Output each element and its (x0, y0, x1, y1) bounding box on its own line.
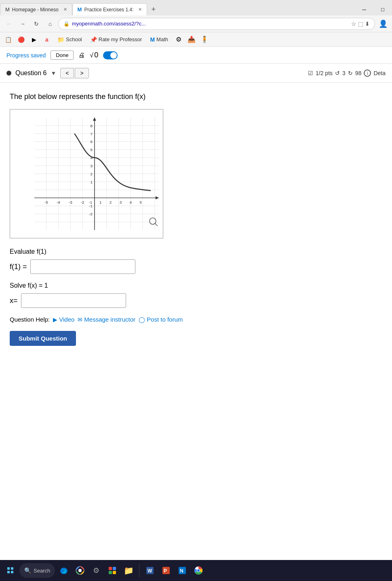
sqrt-value: 0 (94, 51, 98, 59)
question-dot (6, 71, 11, 76)
school-folder-icon: 📁 (57, 36, 64, 43)
reload-button[interactable]: ↻ (31, 18, 42, 29)
taskbar: 🔍 Search ⚙ 📁 W (0, 560, 392, 581)
new-tab-button[interactable]: + (147, 3, 160, 15)
minimize-button[interactable]: ─ (355, 3, 373, 15)
tab-practice-icon: M (78, 6, 82, 13)
message-instructor-link[interactable]: ✉ Message instructor (78, 316, 135, 323)
tab-homepage-close[interactable]: ✕ (63, 7, 67, 12)
post-to-forum-link[interactable]: ◯ Post to forum (139, 316, 183, 323)
function-graph: 8 7 6 5 4 3 2 1 -1 -2 -5 -4 -3 -2 -1 1 2… (10, 109, 163, 238)
info-button[interactable]: i (364, 69, 371, 77)
windows-icon (7, 567, 14, 574)
solve-section: Solve f(x) = 1 x= (10, 282, 382, 308)
download-icon[interactable]: ⬇ (365, 21, 370, 27)
sqrt-symbol: √ (90, 52, 93, 59)
bookmark-school[interactable]: 📁 School (55, 36, 84, 44)
svg-text:1: 1 (90, 180, 93, 184)
split-icon[interactable]: ⬚ (358, 21, 363, 27)
done-button[interactable]: Done (51, 51, 74, 60)
question-label: Question 6 (15, 69, 46, 77)
x-input[interactable] (21, 293, 126, 308)
svg-text:8: 8 (90, 124, 93, 128)
problem-text: The plot below represents the function f… (10, 93, 145, 101)
address-icons: ☆ ⬚ ⬇ (351, 21, 370, 27)
svg-text:5: 5 (90, 147, 93, 152)
colorful-icon[interactable] (73, 563, 87, 578)
video-link[interactable]: ▶ Video (53, 316, 74, 323)
question-dropdown[interactable]: ▼ (51, 70, 56, 76)
svg-text:1: 1 (99, 200, 102, 204)
maximize-button[interactable]: □ (373, 3, 392, 15)
x-label: x= (10, 297, 18, 305)
bookmark-icon3: ▶ (29, 35, 39, 44)
svg-text:5: 5 (139, 200, 142, 204)
svg-text:2: 2 (110, 200, 112, 204)
svg-text:W: W (148, 568, 152, 574)
url-display: myopenmath.com/assess2/?c... (72, 21, 349, 27)
site-icon: 🔒 (63, 21, 70, 27)
home-button[interactable]: ⌂ (44, 18, 56, 29)
tab-practice-close[interactable]: ✕ (138, 7, 142, 12)
download-tray-icon[interactable]: 📥 (187, 35, 196, 44)
submit-question-button[interactable]: Submit Question (10, 331, 76, 346)
settings-icon[interactable]: ⚙ (89, 563, 103, 578)
back-button[interactable]: ← (3, 18, 15, 29)
tab-homepage-label: Homepage - Minneso (12, 7, 59, 13)
svg-text:-2: -2 (89, 212, 93, 216)
star-icon[interactable]: ☆ (351, 21, 356, 27)
store-icon[interactable] (105, 563, 120, 578)
graph-container: 8 7 6 5 4 3 2 1 -1 -2 -5 -4 -3 -2 -1 1 2… (10, 109, 163, 238)
svg-text:2: 2 (90, 172, 93, 176)
x-row: x= (10, 293, 382, 308)
tab-practice[interactable]: M Practice Exercises 1.4: ✕ (72, 3, 148, 15)
tab-bar: M Homepage - Minneso ✕ M Practice Exerci… (0, 0, 392, 15)
tab-practice-label: Practice Exercises 1.4: (84, 7, 133, 13)
tab-homepage-icon: M (5, 6, 10, 13)
profile-icon[interactable]: 👤 (377, 18, 389, 29)
toggle-switch[interactable] (103, 51, 118, 59)
edge-icon[interactable] (57, 563, 71, 578)
svg-rect-53 (113, 567, 116, 570)
forward-button[interactable]: → (17, 18, 28, 29)
file-explorer-icon[interactable]: 📁 (121, 563, 136, 578)
f1-input[interactable] (30, 259, 135, 274)
person-icon[interactable]: 🧍 (200, 35, 209, 44)
svg-marker-25 (93, 118, 96, 121)
school-label: School (66, 36, 82, 42)
rmp-label: Rate my Professor (99, 36, 142, 42)
window-controls: ─ □ (355, 3, 392, 15)
svg-text:-5: -5 (44, 200, 48, 204)
question-nav: Question 6 ▼ < > ☑ 1/2 pts ↺ 3 ↻ 98 i De… (0, 64, 392, 83)
bookmark-rmp[interactable]: 📌 Rate my Professor (88, 36, 145, 44)
svg-point-64 (197, 569, 200, 572)
math-icon: M (150, 36, 155, 43)
submissions-count: 98 (355, 70, 362, 76)
svg-text:-1: -1 (89, 200, 92, 204)
prev-question-button[interactable]: < (60, 68, 74, 78)
gear-icon[interactable]: ⚙ (174, 35, 183, 44)
taskbar-search[interactable]: 🔍 Search (19, 563, 55, 578)
powerpoint-icon[interactable]: P (159, 563, 173, 578)
refresh-icon: ↻ (348, 70, 353, 76)
solve-label: Solve f(x) = 1 (10, 282, 382, 289)
tab-homepage[interactable]: M Homepage - Minneso ✕ (0, 3, 72, 15)
address-box[interactable]: 🔒 myopenmath.com/assess2/?c... ☆ ⬚ ⬇ (58, 18, 375, 30)
print-icon[interactable]: 🖨 (78, 52, 85, 59)
word-icon[interactable]: W (143, 563, 157, 578)
svg-text:-1: -1 (89, 204, 93, 208)
bookmark-icon1: 📋 (3, 35, 13, 44)
next-question-button[interactable]: > (75, 68, 89, 78)
outlook-icon[interactable]: N (175, 563, 190, 578)
evaluate-section: Evaluate f(1) f(1) = (10, 248, 382, 274)
svg-text:-4: -4 (57, 200, 60, 204)
f1-label: f(1) = (10, 263, 27, 271)
start-button[interactable] (3, 563, 18, 578)
nav-arrows: < > (60, 68, 89, 78)
rmp-icon: 📌 (90, 36, 97, 43)
f1-row: f(1) = (10, 259, 382, 274)
bookmark-math[interactable]: M Math (148, 36, 171, 44)
chrome-icon[interactable] (191, 563, 206, 578)
svg-text:N: N (180, 568, 183, 574)
problem-description: The plot below represents the function f… (10, 93, 382, 101)
